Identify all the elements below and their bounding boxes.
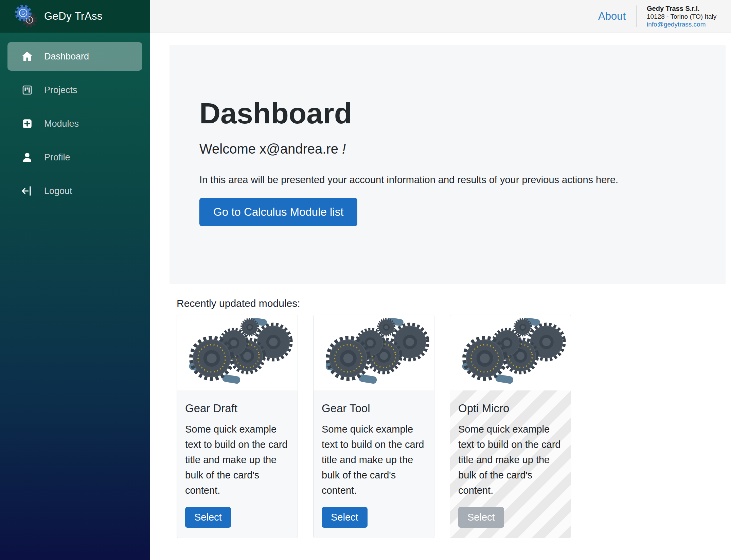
box-arrow-left-icon (21, 185, 33, 197)
go-to-calculus-module-list-button[interactable]: Go to Calculus Module list (199, 198, 357, 226)
brand[interactable]: T G GeDy TrAss (0, 0, 150, 33)
sidebar-item-label: Profile (44, 152, 70, 163)
brand-title: GeDy TrAss (44, 10, 103, 22)
kanban-icon (21, 84, 33, 96)
sidebar-item-modules[interactable]: Modules (7, 109, 142, 138)
card-title: Gear Draft (185, 402, 289, 415)
main-content: Dashboard Welcome x@andrea.re ! In this … (150, 33, 731, 560)
gearbox-image (181, 318, 293, 388)
select-gear-draft-button[interactable]: Select (185, 507, 231, 528)
sidebar-item-logout[interactable]: Logout (7, 177, 142, 205)
about-link[interactable]: About (598, 10, 626, 22)
card-text: Some quick example text to build on the … (185, 422, 289, 498)
sidebar: T G GeDy TrAss Dashboard Pro (0, 0, 150, 560)
company-info: Gedy Trass S.r.l. 10128 - Torino (TO) It… (647, 5, 718, 28)
dashboard-jumbotron: Dashboard Welcome x@andrea.re ! In this … (170, 45, 726, 284)
card-text: Some quick example text to build on the … (322, 422, 426, 498)
card-body: Gear Draft Some quick example text to bu… (177, 390, 298, 538)
sidebar-item-label: Modules (44, 119, 79, 129)
module-cards-row: Gear Draft Some quick example text to bu… (177, 315, 726, 538)
sidebar-item-label: Dashboard (44, 51, 89, 62)
select-opti-micro-button-disabled[interactable]: Select (458, 507, 504, 528)
page-title: Dashboard (199, 99, 696, 128)
sidebar-item-label: Logout (44, 186, 72, 196)
sidebar-item-dashboard[interactable]: Dashboard (7, 42, 142, 71)
company-name: Gedy Trass S.r.l. (647, 5, 718, 13)
module-card-opti-micro: Opti Micro Some quick example text to bu… (450, 315, 571, 538)
card-title: Opti Micro (458, 402, 563, 415)
gearbox-image (318, 318, 430, 388)
recently-updated-heading: Recently updated modules: (177, 298, 726, 309)
plus-square-icon (21, 118, 33, 130)
sidebar-nav: Dashboard Projects Modules Profile (0, 33, 150, 205)
topbar: About Gedy Trass S.r.l. 10128 - Torino (… (150, 0, 731, 33)
module-card-gear-draft: Gear Draft Some quick example text to bu… (177, 315, 298, 538)
topbar-divider (636, 5, 637, 27)
dashboard-description: In this area will be presented your acco… (199, 174, 696, 186)
card-body: Gear Tool Some quick example text to bui… (314, 390, 434, 538)
sidebar-item-label: Projects (44, 85, 77, 95)
home-icon (21, 50, 33, 63)
sidebar-item-projects[interactable]: Projects (7, 76, 142, 104)
card-text: Some quick example text to build on the … (458, 422, 563, 498)
module-card-gear-tool: Gear Tool Some quick example text to bui… (313, 315, 434, 538)
card-body: Opti Micro Some quick example text to bu… (450, 390, 571, 538)
module-image (314, 315, 434, 390)
module-image (450, 315, 571, 390)
card-title: Gear Tool (322, 402, 426, 415)
brand-logo-gears-icon: T G (14, 5, 37, 28)
person-icon (21, 151, 33, 163)
select-gear-tool-button[interactable]: Select (322, 507, 368, 528)
gearbox-image (454, 318, 567, 388)
welcome-text: Welcome x@andrea.re (199, 141, 338, 156)
sidebar-item-profile[interactable]: Profile (7, 143, 142, 172)
welcome-message: Welcome x@andrea.re ! (199, 141, 696, 157)
module-image (177, 315, 298, 390)
company-email-link[interactable]: info@gedytrass.com (647, 20, 718, 28)
svg-text:G: G (21, 11, 25, 16)
company-address: 10128 - Torino (TO) Italy (647, 13, 718, 20)
welcome-exclamation: ! (338, 141, 346, 156)
